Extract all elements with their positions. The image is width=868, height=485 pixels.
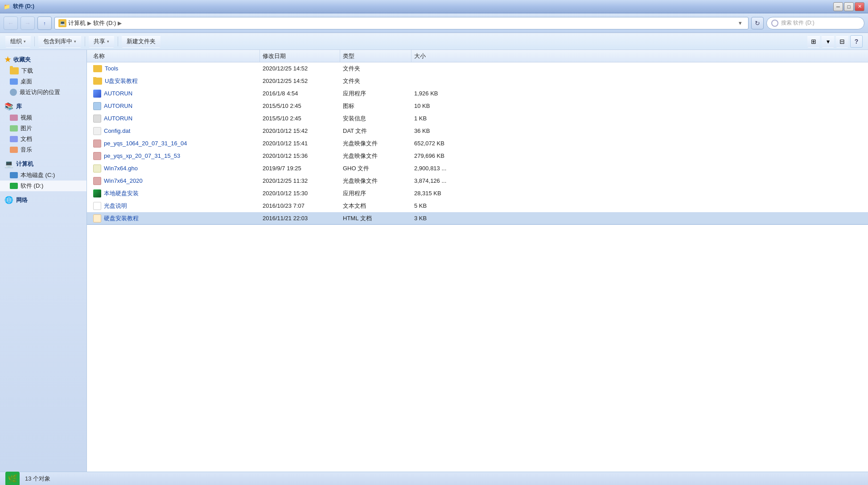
file-name: AUTORUN [104,115,132,122]
view-dropdown-icon: ▾ [827,38,830,45]
preview-pane-button[interactable]: ⊟ [836,35,848,48]
file-name: Win7x64_2020 [104,177,143,184]
iso-icon [93,152,101,160]
include-library-button[interactable]: 包含到库中 ▾ [38,35,81,48]
table-row[interactable]: 硬盘安装教程 2016/11/21 22:03 HTML 文档 3 KB [87,212,868,225]
table-row[interactable]: 本地硬盘安装 2020/10/12 15:30 应用程序 28,315 KB [87,187,868,200]
file-size-cell: 3,874,126 ... [411,177,469,184]
table-row[interactable]: AUTORUN 2015/5/10 2:45 图标 10 KB [87,100,868,112]
forward-button[interactable]: → [21,16,35,30]
minimize-button[interactable]: ─ [833,2,843,11]
file-type-cell: 光盘映像文件 [340,177,411,185]
docs-icon [10,136,18,142]
desktop-icon [10,78,18,85]
file-name-cell: AUTORUN [91,115,260,123]
table-row[interactable]: Win7x64.gho 2019/9/7 19:25 GHO 文件 2,900,… [87,162,868,175]
sidebar-item-desktop[interactable]: 桌面 [0,76,86,87]
network-icon: 🌐 [4,196,13,204]
file-type-cell: 光盘映像文件 [340,140,411,148]
image-icon [10,125,18,132]
close-button[interactable]: ✕ [855,2,864,11]
path-sep1: ▶ [87,20,91,26]
share-label: 共享 [94,37,105,45]
network-header[interactable]: 🌐 网络 [0,194,86,206]
recent-icon [10,89,17,96]
table-row[interactable]: 光盘说明 2016/10/23 7:07 文本文档 5 KB [87,200,868,212]
back-button[interactable]: ← [4,16,18,30]
sidebar-item-docs[interactable]: 文档 [0,134,86,144]
search-placeholder: 搜索 软件 (D:) [781,19,815,27]
favorites-header[interactable]: ★ 收藏夹 [0,53,86,66]
table-row[interactable]: pe_yqs_1064_20_07_31_16_04 2020/10/12 15… [87,137,868,150]
table-row[interactable]: pe_yqs_xp_20_07_31_15_53 2020/10/12 15:3… [87,150,868,162]
file-type-cell: HTML 文档 [340,214,411,222]
help-button[interactable]: ? [850,35,863,48]
table-row[interactable]: Win7x64_2020 2020/12/25 11:32 光盘映像文件 3,8… [87,175,868,187]
computer-icon: 💻 [4,160,13,168]
favorites-icon: ★ [4,55,11,64]
sidebar-item-downloads[interactable]: 下载 [0,66,86,76]
sidebar-item-drive-d[interactable]: 软件 (D:) [0,181,86,191]
library-header[interactable]: 📚 库 [0,100,86,112]
file-type-cell: 文件夹 [340,77,411,85]
table-row[interactable]: AUTORUN 2015/5/10 2:45 安装信息 1 KB [87,112,868,125]
file-modified-cell: 2020/10/12 15:30 [260,190,340,197]
col-header-modified[interactable]: 修改日期 [260,50,340,62]
ico-icon [93,102,101,110]
file-modified-cell: 2015/5/10 2:45 [260,115,340,122]
table-row[interactable]: Tools 2020/12/25 14:52 文件夹 [87,62,868,75]
title-bar: 📁 软件 (D:) ─ □ ✕ [0,0,868,13]
file-list: Tools 2020/12/25 14:52 文件夹 U盘安装教程 2020/1… [87,62,868,472]
main-area: ★ 收藏夹 下载 桌面 最近访问的位置 📚 库 [0,50,868,472]
sidebar-item-music[interactable]: 音乐 [0,144,86,155]
file-modified-cell: 2020/12/25 14:52 [260,78,340,84]
file-name-cell: AUTORUN [91,90,260,98]
sidebar-item-drive-c[interactable]: 本地磁盘 (C:) [0,170,86,181]
change-view-button[interactable]: ⊞ [807,35,820,48]
new-folder-button[interactable]: 新建文件夹 [122,35,160,48]
file-name: 本地硬盘安装 [104,189,139,197]
sidebar-item-recent[interactable]: 最近访问的位置 [0,87,86,98]
file-size-cell: 1 KB [411,115,469,122]
share-button[interactable]: 共享 ▾ [89,35,114,48]
up-button[interactable]: ↑ [37,16,52,30]
file-modified-cell: 2019/9/7 19:25 [260,165,340,172]
favorites-label: 收藏夹 [13,56,31,64]
column-headers: 名称 修改日期 类型 大小 [87,50,868,62]
maximize-button[interactable]: □ [844,2,854,11]
computer-section: 💻 计算机 本地磁盘 (C:) 软件 (D:) [0,158,86,191]
share-dropdown-arrow: ▾ [107,39,109,44]
recent-label: 最近访问的位置 [20,88,60,96]
file-modified-cell: 2016/10/23 7:07 [260,202,340,209]
path-computer: 计算机 [68,19,86,27]
sidebar-item-image[interactable]: 图片 [0,123,86,134]
library-label: 库 [16,103,22,111]
file-type-cell: 安装信息 [340,115,411,123]
computer-path-icon: 💻 [58,19,66,27]
file-size-cell: 2,900,813 ... [411,165,469,172]
sidebar-item-video[interactable]: 视频 [0,112,86,123]
file-name-cell: Win7x64_2020 [91,177,260,185]
refresh-button[interactable]: ↻ [751,17,764,29]
view-dropdown-button[interactable]: ▾ [822,35,834,48]
toolbar-right: ⊞ ▾ ⊟ ? [807,35,863,48]
table-row[interactable]: U盘安装教程 2020/12/25 14:52 文件夹 [87,75,868,87]
col-header-name[interactable]: 名称 [91,50,260,62]
address-path[interactable]: 💻 计算机 ▶ 软件 (D:) ▶ ▾ [54,17,749,29]
table-row[interactable]: AUTORUN 2016/1/8 4:54 应用程序 1,926 KB [87,87,868,100]
local-install-icon [93,189,101,197]
path-dropdown-button[interactable]: ▾ [736,19,745,28]
search-box[interactable]: 搜索 软件 (D:) [766,17,864,29]
downloads-folder-icon [10,67,19,74]
include-dropdown-arrow: ▾ [74,39,76,44]
organize-dropdown-arrow: ▾ [24,39,26,44]
image-label: 图片 [21,124,32,132]
organize-button[interactable]: 组织 ▾ [5,35,31,48]
iso-icon [93,177,101,185]
path-sep2: ▶ [118,20,122,26]
col-header-type[interactable]: 类型 [340,50,411,62]
file-size-cell: 10 KB [411,103,469,109]
table-row[interactable]: Config.dat 2020/10/12 15:42 DAT 文件 36 KB [87,125,868,137]
computer-header[interactable]: 💻 计算机 [0,158,86,170]
col-header-size[interactable]: 大小 [411,50,469,62]
